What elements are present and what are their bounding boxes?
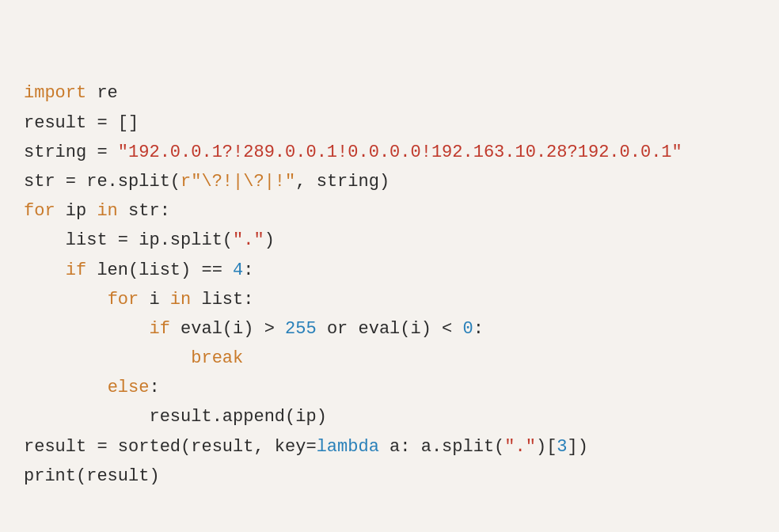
code-line-line9: if eval(i) > 255 or eval(i) < 0: [24, 315, 755, 343]
code-token: 3 [557, 437, 567, 457]
code-token [24, 319, 149, 339]
code-token: a: a.split( [379, 437, 504, 457]
code-token: in [170, 290, 191, 310]
code-token: r"\?!|\?|!" [180, 172, 295, 192]
code-line-line5: for ip in str: [24, 197, 755, 225]
code-token: list = ip.split( [24, 230, 233, 250]
code-line-line11: else: [24, 374, 755, 401]
code-token: or eval(i) < [317, 319, 463, 339]
code-token [24, 348, 191, 368]
code-token [24, 290, 108, 310]
code-token: ) [264, 230, 275, 250]
code-token: : [473, 319, 484, 339]
code-token: 4 [233, 260, 243, 280]
code-token: print(result) [24, 466, 160, 486]
code-token: eval(i) > [170, 319, 285, 339]
code-token: len(list) == [86, 260, 233, 280]
code-token: lambda [317, 437, 379, 457]
code-line-line6: list = ip.split(".") [24, 226, 755, 254]
code-line-line2: result = [] [24, 109, 755, 137]
code-token: string = [24, 142, 118, 162]
code-token: result.append(ip) [24, 407, 327, 427]
code-token: 0 [463, 319, 473, 339]
code-token: ip [55, 201, 97, 221]
code-token: str: [118, 201, 170, 221]
code-line-line12: result.append(ip) [24, 403, 755, 431]
code-token: 255 [285, 319, 317, 339]
code-line-line8: for i in list: [24, 286, 755, 314]
code-token: ]) [568, 437, 588, 457]
code-token: list: [191, 290, 253, 310]
code-line-line14: print(result) [24, 462, 755, 490]
code-token: str = re.split( [24, 172, 180, 192]
code-line-line7: if len(list) == 4: [24, 256, 755, 284]
code-token: i [139, 290, 170, 310]
code-token: : [243, 260, 253, 280]
code-token: result = sorted(result, key= [24, 437, 317, 457]
code-token: else [108, 378, 150, 397]
code-line-line4: str = re.split(r"\?!|\?|!", string) [24, 168, 755, 196]
code-token: if [66, 260, 86, 280]
code-token: in [97, 201, 117, 221]
code-token: if [149, 319, 169, 339]
code-token: for [108, 290, 139, 310]
code-token: result = [] [24, 113, 139, 133]
code-token [24, 260, 66, 280]
code-line-line13: result = sorted(result, key=lambda a: a.… [24, 433, 755, 461]
code-token [24, 378, 108, 397]
code-line-line10: break [24, 344, 755, 372]
code-token: for [24, 201, 55, 221]
code-editor: import reresult = []string = "192.0.0.1?… [24, 24, 755, 490]
code-token: , string) [295, 172, 390, 192]
code-token: break [191, 348, 243, 368]
code-token: re [86, 83, 118, 103]
code-token: import [24, 83, 86, 103]
code-line-line3: string = "192.0.0.1?!289.0.0.1!0.0.0.0!1… [24, 139, 755, 166]
code-token: "192.0.0.1?!289.0.0.1!0.0.0.0!192.163.10… [118, 142, 682, 162]
code-token: )[ [536, 437, 557, 457]
code-token: "." [233, 230, 264, 250]
code-token: "." [504, 437, 536, 457]
code-token: : [149, 378, 159, 397]
code-line-line1: import re [24, 79, 755, 107]
